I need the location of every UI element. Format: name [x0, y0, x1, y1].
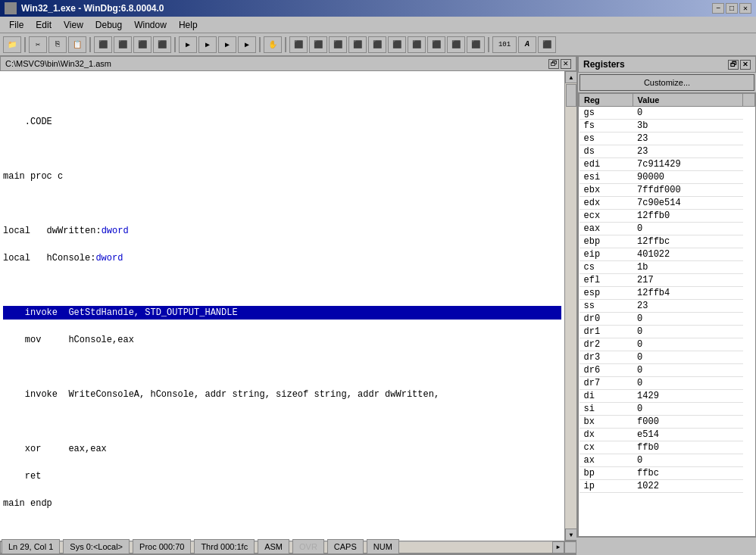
reg-name: eax: [579, 223, 633, 235]
status-sys: Sys 0:<Local>: [63, 539, 130, 554]
table-row: ebx7ffdf000: [579, 184, 755, 197]
toolbar-btn-6[interactable]: ⬛: [153, 36, 171, 53]
menu-bar: File Edit View Debug Window Help: [0, 17, 756, 33]
reg-restore-btn[interactable]: 🗗: [728, 60, 739, 70]
table-row: fs3b: [579, 120, 755, 133]
table-row: dxe514: [579, 429, 755, 441]
reg-name: esp: [579, 287, 633, 300]
toolbar-btn-3[interactable]: ⬛: [94, 36, 112, 53]
code-line-3: [3, 142, 561, 156]
reg-close-btn[interactable]: ✕: [740, 60, 751, 70]
toolbar-paste[interactable]: 📋: [68, 36, 86, 53]
reg-value: 0: [633, 377, 742, 390]
menu-edit[interactable]: Edit: [30, 18, 58, 32]
table-row: dr00: [579, 313, 755, 326]
toolbar-btn-17[interactable]: ⬛: [408, 36, 426, 53]
toolbar-btn-10[interactable]: ▶: [238, 36, 256, 53]
code-content[interactable]: .CODE main proc c local dwWritten:dword …: [0, 71, 564, 541]
reg-value: 7c911429: [633, 158, 742, 171]
reg-value: ffbc: [633, 467, 742, 480]
registers-panel: Registers 🗗 ✕ Customize... Reg Value gs0…: [578, 56, 756, 537]
code-line-6: local dwWritten:dword: [3, 224, 561, 238]
toolbar-btn-7[interactable]: ▶: [179, 36, 197, 53]
reg-value: ffb0: [633, 441, 742, 454]
toolbar-btn-22[interactable]: ⬛: [538, 36, 556, 53]
h-scroll-right[interactable]: ►: [552, 541, 564, 553]
code-window-titlebar: C:\MSVC9\bin\Win32_1.asm 🗗 ✕: [0, 56, 576, 71]
reg-name: eip: [579, 248, 633, 261]
toolbar-btn-11[interactable]: ⬛: [289, 36, 308, 53]
reg-value: 0: [633, 454, 742, 467]
table-row: ds23: [579, 145, 755, 158]
status-position: Ln 29, Col 1: [2, 539, 60, 554]
status-asm: ASM: [258, 539, 289, 554]
toolbar-btn-16[interactable]: ⬛: [388, 36, 406, 53]
table-row: dr30: [579, 351, 755, 364]
code-line-5: [3, 197, 561, 210]
scroll-up-btn[interactable]: ▲: [565, 71, 576, 83]
reg-name: ip: [579, 480, 633, 493]
toolbar-open[interactable]: 📁: [3, 36, 21, 53]
menu-debug[interactable]: Debug: [89, 18, 128, 32]
code-line-1: [3, 88, 561, 101]
table-row: es23: [579, 133, 755, 145]
reg-value: 23: [633, 145, 742, 158]
reg-name: dr2: [579, 338, 633, 351]
reg-name: efl: [579, 274, 633, 287]
customize-button[interactable]: Customize...: [579, 74, 754, 91]
toolbar-btn-19[interactable]: ⬛: [447, 36, 465, 53]
toolbar-btn-13[interactable]: ⬛: [329, 36, 347, 53]
menu-window[interactable]: Window: [128, 18, 173, 32]
toolbar-btn-20[interactable]: ⬛: [467, 36, 485, 53]
toolbar-cut[interactable]: ✂: [29, 36, 47, 53]
toolbar-btn-8[interactable]: ▶: [198, 36, 217, 53]
code-line-10: mov hConsole,eax: [3, 333, 561, 347]
toolbar-btn-9[interactable]: ▶: [218, 36, 236, 53]
toolbar-btn-hand[interactable]: ✋: [264, 36, 282, 53]
toolbar-btn-101[interactable]: 101: [492, 36, 517, 53]
scroll-thumb[interactable]: [566, 84, 576, 107]
reg-name: dr6: [579, 364, 633, 377]
reg-value: 12ffb4: [633, 287, 742, 300]
registers-titlebar: Registers 🗗 ✕: [578, 56, 756, 73]
table-row: dr60: [579, 364, 755, 377]
reg-value: 90000: [633, 171, 742, 184]
toolbar-btn-15[interactable]: ⬛: [368, 36, 386, 53]
reg-value: 1022: [633, 480, 742, 493]
registers-table: Reg Value gs0fs3bes23ds23edi7c911429esi9…: [579, 93, 755, 493]
value-col-header: Value: [633, 94, 742, 107]
registers-table-container[interactable]: Reg Value gs0fs3bes23ds23edi7c911429esi9…: [578, 92, 756, 537]
toolbar: 📁 ✂ ⎘ 📋 ⬛ ⬛ ⬛ ⬛ ▶ ▶ ▶ ▶ ✋ ⬛ ⬛ ⬛ ⬛ ⬛ ⬛ ⬛ …: [0, 33, 756, 56]
toolbar-btn-18[interactable]: ⬛: [427, 36, 445, 53]
toolbar-btn-5[interactable]: ⬛: [133, 36, 152, 53]
table-row: esi90000: [579, 171, 755, 184]
app-icon: [5, 2, 17, 14]
code-window-restore[interactable]: 🗗: [548, 59, 559, 69]
menu-view[interactable]: View: [58, 18, 89, 32]
minimize-button[interactable]: −: [712, 3, 724, 14]
code-line-12: invoke WriteConsoleA, hConsole, addr str…: [3, 388, 561, 401]
toolbar-btn-14[interactable]: ⬛: [348, 36, 367, 53]
reg-value: 3b: [633, 120, 742, 133]
toolbar-separator-5: [285, 37, 286, 52]
code-scrollbar-v[interactable]: ▲ ▼: [564, 71, 576, 541]
reg-value: f000: [633, 416, 742, 429]
maximize-button[interactable]: □: [726, 3, 738, 14]
status-num: NUM: [367, 539, 399, 554]
scroll-track: [565, 83, 576, 528]
code-line-13: [3, 415, 561, 429]
reg-value: 7c90e514: [633, 197, 742, 210]
code-window-close[interactable]: ✕: [561, 59, 571, 69]
menu-file[interactable]: File: [3, 18, 30, 32]
close-button[interactable]: ✕: [739, 3, 751, 14]
toolbar-btn-4[interactable]: ⬛: [114, 36, 132, 53]
reg-name: bp: [579, 467, 633, 480]
toolbar-btn-A[interactable]: A: [518, 36, 536, 53]
scroll-down-btn[interactable]: ▼: [565, 528, 576, 541]
reg-value: e514: [633, 429, 742, 441]
toolbar-btn-12[interactable]: ⬛: [309, 36, 327, 53]
table-row: cs1b: [579, 261, 755, 274]
toolbar-copy[interactable]: ⎘: [48, 36, 67, 53]
reg-value: 0: [633, 326, 742, 338]
menu-help[interactable]: Help: [173, 18, 204, 32]
